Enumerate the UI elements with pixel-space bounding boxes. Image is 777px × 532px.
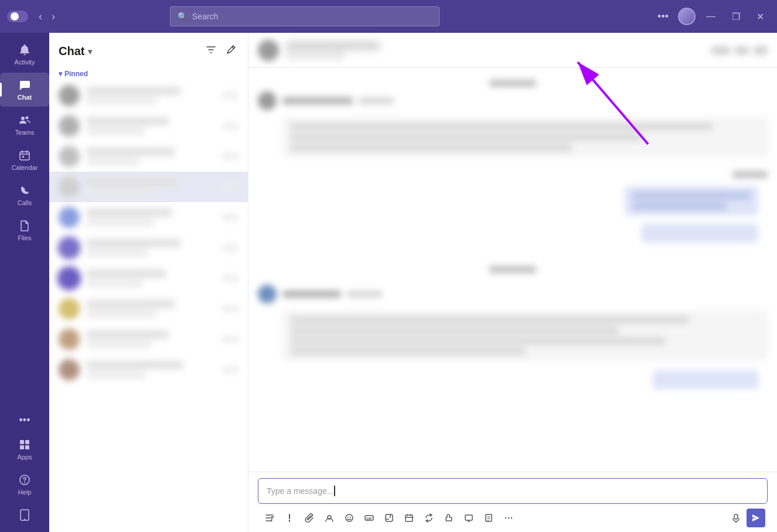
chat-item-avatar — [59, 268, 80, 289]
chat-item-preview — [87, 189, 151, 196]
teams-label: Teams — [15, 129, 34, 136]
filter-button[interactable] — [203, 42, 219, 60]
activity-icon — [18, 43, 31, 56]
more-apps-button[interactable]: ••• — [19, 408, 30, 432]
svg-rect-5 — [25, 440, 29, 444]
message-sender-name — [282, 97, 353, 104]
chat-panel-title[interactable]: Chat ▾ — [59, 45, 92, 58]
minimize-button[interactable]: — — [700, 9, 721, 24]
sidebar-item-teams[interactable]: Teams — [0, 108, 49, 142]
titlebar-toggle[interactable] — [7, 11, 28, 22]
pinned-label-text: Pinned — [64, 70, 88, 78]
more-options-toolbar-button[interactable] — [499, 509, 518, 527]
meet-now-button[interactable] — [320, 509, 339, 527]
pinned-label[interactable]: ▾ Pinned — [59, 70, 238, 78]
attach-button[interactable] — [300, 509, 319, 527]
chat-item-avatar — [59, 176, 80, 197]
sidebar-item-chat[interactable]: Chat — [0, 73, 49, 107]
list-item[interactable] — [49, 354, 248, 385]
svg-rect-21 — [465, 515, 472, 520]
chat-item-content — [87, 239, 215, 257]
calls-label: Calls — [18, 199, 32, 206]
message-line — [291, 348, 525, 355]
message-avatar-2 — [258, 285, 277, 303]
schedule-button[interactable] — [400, 509, 418, 527]
chat-list — [49, 80, 248, 532]
list-item[interactable] — [49, 294, 248, 324]
back-arrow[interactable]: ‹ — [35, 8, 46, 25]
send-button[interactable] — [747, 509, 765, 527]
message-date-divider-3 — [489, 266, 536, 273]
chat-item-avatar — [59, 207, 80, 228]
chat-item-preview — [87, 219, 154, 226]
message-input-box[interactable]: Type a message... — [258, 478, 768, 504]
svg-point-25 — [511, 517, 512, 519]
chat-item-name — [87, 117, 169, 125]
message-action-button — [641, 224, 758, 243]
pinned-chevron-icon: ▾ — [59, 70, 62, 78]
chat-header-name — [286, 42, 380, 50]
message-sender-row-2 — [258, 285, 768, 303]
list-item[interactable] — [49, 324, 248, 354]
sidebar-item-help[interactable]: Help — [0, 468, 49, 502]
close-button[interactable]: ✕ — [751, 9, 770, 25]
chat-item-name — [87, 270, 166, 278]
main-layout: Activity Chat Teams Calendar — [0, 33, 777, 532]
teams-icon — [18, 114, 31, 127]
list-item[interactable] — [49, 202, 248, 233]
message-group — [258, 80, 768, 157]
more-options-button[interactable]: ••• — [653, 8, 673, 25]
chat-item-preview — [87, 128, 145, 135]
chat-list-panel: Chat ▾ ▾ Pinned — [49, 33, 248, 532]
search-placeholder: Search — [192, 12, 218, 21]
important-button[interactable] — [280, 509, 299, 527]
message-line — [291, 123, 713, 130]
list-item[interactable] — [49, 111, 248, 141]
message-sender-name-2 — [282, 291, 341, 298]
search-bar[interactable]: 🔍 Search — [170, 6, 439, 26]
sidebar-item-files[interactable]: Files — [0, 213, 49, 247]
svg-rect-2 — [20, 152, 29, 160]
chat-item-preview — [87, 341, 151, 348]
message-date-divider-2 — [258, 171, 768, 178]
sidebar-item-apps[interactable]: Apps — [0, 432, 49, 466]
chat-content-header — [248, 33, 777, 68]
new-chat-button[interactable] — [223, 42, 238, 60]
sidebar-item-activity[interactable]: Activity — [0, 37, 49, 71]
audio-button[interactable] — [727, 509, 745, 527]
chat-item-content — [87, 117, 215, 135]
sidebar-item-calls[interactable]: Calls — [0, 178, 49, 212]
forward-arrow[interactable]: › — [48, 8, 59, 25]
emoji-button[interactable] — [340, 509, 359, 527]
message-group-2 — [258, 266, 768, 389]
list-item[interactable] — [49, 141, 248, 172]
user-avatar[interactable] — [678, 8, 696, 25]
maximize-button[interactable]: ❐ — [726, 9, 746, 25]
note-button[interactable] — [479, 509, 498, 527]
loop-button[interactable] — [420, 509, 438, 527]
chat-header-avatar — [258, 40, 279, 61]
sticker-button[interactable] — [380, 509, 398, 527]
list-item[interactable] — [49, 233, 248, 263]
chat-item-avatar — [59, 237, 80, 258]
sidebar-item-mobile[interactable] — [0, 503, 49, 527]
svg-point-24 — [508, 517, 509, 519]
format-text-button[interactable] — [260, 509, 279, 527]
sidebar-item-calendar[interactable]: Calendar — [0, 143, 49, 177]
svg-rect-3 — [22, 156, 24, 158]
whiteboard-button[interactable] — [459, 509, 478, 527]
chat-content-area: Type a message... — [248, 33, 777, 532]
chat-item-time — [222, 306, 238, 312]
chat-item-name — [87, 300, 175, 308]
list-item[interactable] — [49, 80, 248, 111]
svg-rect-7 — [25, 445, 29, 449]
message-sender-row — [258, 91, 768, 110]
chat-item-avatar — [59, 298, 80, 319]
praise-button[interactable] — [439, 509, 458, 527]
list-item[interactable] — [49, 172, 248, 202]
list-item[interactable] — [49, 263, 248, 294]
message-toolbar: GIF — [258, 504, 768, 532]
chat-item-content — [87, 270, 215, 287]
message-reply-bubble — [258, 186, 758, 216]
gif-button[interactable]: GIF — [360, 509, 379, 527]
